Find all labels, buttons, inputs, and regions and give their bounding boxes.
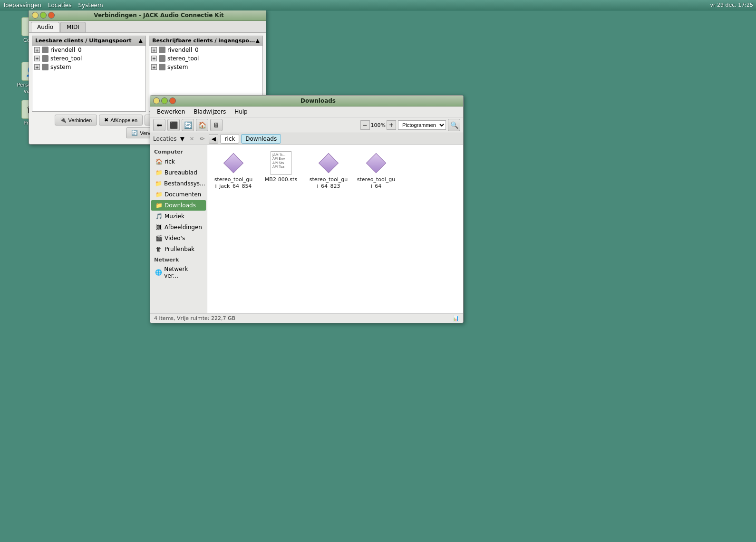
stereo-tool-jack-label: stereo_tool_gui_jack_64_854 — [214, 176, 253, 190]
mb2-icon: JAM Tr... API Env API Sts API Toa — [270, 152, 292, 174]
fm-breadcrumb-rick[interactable]: rick — [220, 134, 239, 144]
fm-locations-toggle[interactable]: ▼ — [178, 135, 186, 143]
fm-home-btn[interactable]: 🏠 — [196, 119, 208, 131]
fm-status-text: 4 items, Vrije ruimte: 222,7 GB — [154, 315, 235, 321]
fm-close-btn[interactable] — [169, 97, 176, 104]
jack-rexpand-2[interactable]: + — [151, 64, 157, 70]
stereo-tool-64-label: stereo_tool_gui_64 — [357, 176, 396, 190]
fm-maximize-btn[interactable] — [161, 97, 168, 104]
jack-left-header: Leesbare clients / Uitgangspoort ▲ — [32, 36, 145, 46]
taskbar-locaties[interactable]: Locaties — [48, 2, 71, 9]
jack-right-item-2[interactable]: + system — [149, 63, 262, 71]
fm-stop-btn[interactable]: ⬛ — [167, 119, 180, 131]
fm-zoom-in-btn[interactable]: + — [387, 120, 396, 130]
jack-close-btn[interactable] — [48, 12, 55, 19]
jack-item-icon-0 — [42, 47, 48, 53]
sidebar-item-netwerk[interactable]: 🌐 Netwerk ver... — [151, 264, 206, 281]
fm-search-btn[interactable]: 🔍 — [448, 119, 460, 131]
file-item-stereo-tool-64[interactable]: stereo_tool_gui_64 — [355, 150, 397, 192]
fm-locations-label: Locaties — [153, 136, 176, 142]
fm-window-controls — [153, 97, 176, 104]
file-item-mb2[interactable]: JAM Tr... API Env API Sts API Toa MB2-80… — [260, 150, 302, 192]
fm-menubar: Bewerken Bladwijzers Hulp — [150, 106, 463, 117]
fm-menu-bladwijzers[interactable]: Bladwijzers — [190, 107, 230, 116]
stereo-tool-jack-icon — [222, 152, 245, 174]
sidebar-item-rick[interactable]: 🏠 rick — [151, 156, 206, 167]
jack-rexpand-0[interactable]: + — [151, 47, 157, 53]
images-icon: 🖼 — [155, 223, 163, 231]
jack-title: Verbindingen - JACK Audio Connectie Kit — [55, 12, 263, 19]
jack-disconnect-btn[interactable]: ✖ AfKoppelen — [99, 115, 143, 126]
jack-right-header: Beschrijfbare clients / ingangspo... ▲ — [149, 36, 262, 46]
jack-left-item-2[interactable]: + system — [32, 63, 145, 71]
jack-rexpand-1[interactable]: + — [151, 56, 157, 61]
stereo-tool-64-icon — [365, 152, 388, 174]
documents-icon: 📁 — [155, 191, 163, 198]
file-item-stereo-tool-64-823[interactable]: stereo_tool_gui_64_823 — [307, 150, 350, 192]
jack-right-item-0[interactable]: + rivendell_0 — [149, 46, 262, 54]
fm-reload-btn[interactable]: 🔄 — [182, 119, 194, 131]
fm-window: Downloads Bewerken Bladwijzers Hulp ⬅ ⬛ … — [150, 95, 464, 323]
desktop-icon: 📁 — [155, 169, 163, 176]
jack-expand-2[interactable]: + — [34, 64, 40, 70]
jack-tab-audio[interactable]: Audio — [31, 22, 59, 32]
fm-menu-bewerken[interactable]: Bewerken — [153, 107, 189, 116]
taskbar: Toepassingen Locaties Systeem vr 29 dec,… — [0, 0, 756, 10]
fm-edit-btn[interactable]: ✏ — [197, 134, 207, 144]
fm-title: Downloads — [176, 97, 460, 104]
fm-computer-btn[interactable]: 🖥 — [210, 119, 223, 131]
fm-body: Computer 🏠 rick 📁 Bureaublad 📁 Bestandss… — [150, 145, 463, 313]
sidebar-item-videos[interactable]: 🎬 Video's — [151, 233, 206, 243]
jack-ritem-icon-0 — [159, 47, 165, 53]
sidebar-item-prullenbak[interactable]: 🗑 Prullenbak — [151, 244, 206, 254]
fm-path-back-btn[interactable]: ◀ — [209, 134, 218, 144]
fm-menu-hulp[interactable]: Hulp — [231, 107, 252, 116]
sidebar-item-downloads[interactable]: 📁 Downloads — [151, 200, 206, 211]
jack-tab-midi[interactable]: MIDI — [60, 22, 86, 32]
jack-expand-0[interactable]: + — [34, 47, 40, 53]
fm-statusbar: 4 items, Vrije ruimte: 222,7 GB 📊 — [150, 313, 463, 323]
jack-expand-1[interactable]: + — [34, 56, 40, 61]
jack-left-item-1[interactable]: + stereo_tool — [32, 54, 145, 63]
fm-locations-close[interactable]: ✕ — [188, 135, 195, 143]
sidebar-item-documenten[interactable]: 📁 Documenten — [151, 189, 206, 200]
fm-titlebar[interactable]: Downloads — [150, 96, 463, 106]
fm-sidebar: Computer 🏠 rick 📁 Bureaublad 📁 Bestandss… — [150, 145, 207, 313]
file-item-stereo-tool-jack[interactable]: stereo_tool_gui_jack_64_854 — [212, 150, 255, 192]
stereo-tool-64-823-icon — [317, 152, 340, 174]
jack-connect-btn[interactable]: 🔌 Verbinden — [55, 115, 97, 126]
mb2-label: MB2-800.sts — [265, 176, 297, 183]
jack-item-icon-1 — [42, 55, 48, 62]
jack-maximize-btn[interactable] — [40, 12, 47, 19]
sidebar-item-bureaublad[interactable]: 📁 Bureaublad — [151, 167, 206, 178]
home-icon: 🏠 — [155, 158, 163, 165]
fm-minimize-btn[interactable] — [153, 97, 160, 104]
fm-main: stereo_tool_gui_jack_64_854 JAM Tr... AP… — [207, 145, 463, 313]
taskbar-systeem[interactable]: Systeem — [78, 2, 103, 9]
taskbar-toepassingen[interactable]: Toepassingen — [3, 2, 41, 9]
fm-section-netwerk: Netwerk — [150, 255, 207, 264]
downloads-icon: 📁 — [155, 202, 163, 209]
refresh-icon: 🔄 — [131, 130, 138, 136]
fm-view-select[interactable]: Pictogrammen — [398, 120, 446, 130]
filesystem-icon: 📁 — [155, 180, 162, 187]
jack-titlebar[interactable]: Verbindingen - JACK Audio Connectie Kit — [29, 10, 266, 21]
jack-ritem-icon-1 — [159, 55, 165, 62]
fm-breadcrumb-downloads[interactable]: Downloads — [241, 134, 281, 144]
jack-minimize-btn[interactable] — [32, 12, 39, 19]
trash-sidebar-icon: 🗑 — [155, 245, 163, 253]
sidebar-item-muziek[interactable]: 🎵 Muziek — [151, 211, 206, 222]
fm-zoom-controls: − 100% + — [360, 120, 396, 130]
fm-toolbar: ⬅ ⬛ 🔄 🏠 🖥 − 100% + Pictogrammen 🔍 — [150, 117, 463, 133]
fm-back-btn[interactable]: ⬅ — [153, 119, 165, 131]
jack-item-icon-2 — [42, 64, 48, 70]
jack-left-item-0[interactable]: + rivendell_0 — [32, 46, 145, 54]
fm-zoom-out-btn[interactable]: − — [360, 120, 370, 130]
fm-status-icon: 📊 — [453, 315, 459, 321]
jack-ritem-icon-2 — [159, 64, 165, 70]
sidebar-item-afbeeldingen[interactable]: 🖼 Afbeeldingen — [151, 222, 206, 232]
jack-right-item-1[interactable]: + stereo_tool — [149, 54, 262, 63]
fm-locations-bar: Locaties ▼ ✕ ✏ ◀ rick Downloads — [150, 133, 463, 145]
jack-tabs: Audio MIDI — [29, 21, 266, 33]
sidebar-item-bestandssys[interactable]: 📁 Bestandssys... — [151, 178, 206, 189]
